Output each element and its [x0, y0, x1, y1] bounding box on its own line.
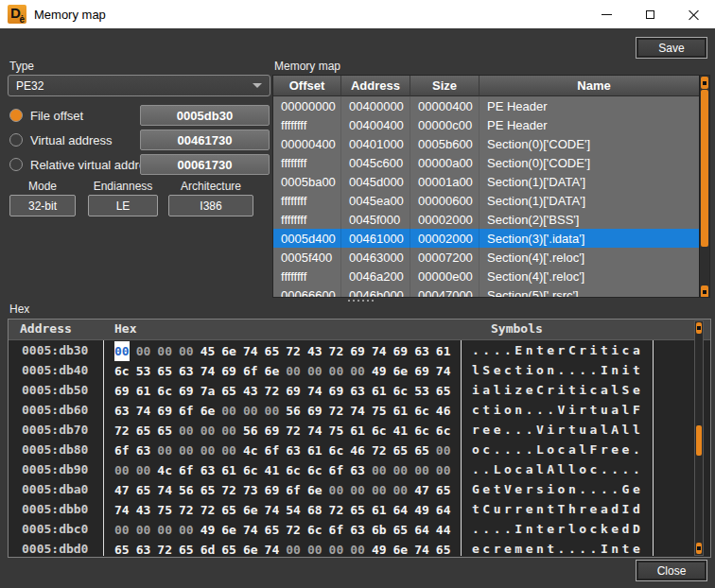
hex-byte[interactable]: 00	[372, 460, 387, 480]
hex-byte[interactable]: 6c	[286, 460, 301, 480]
hex-byte[interactable]: 54	[286, 500, 301, 520]
hex-byte[interactable]: 74	[201, 361, 216, 381]
scroll-up-button[interactable]	[701, 77, 708, 89]
hex-byte[interactable]: 64	[436, 500, 451, 520]
table-row[interactable]: 00000400004010000005b600Section(0)['CODE…	[273, 134, 709, 153]
hex-byte[interactable]: 65	[350, 500, 365, 520]
hex-byte[interactable]: 69	[350, 341, 365, 361]
hex-byte[interactable]: 49	[372, 540, 387, 558]
hex-byte[interactable]: 46	[436, 401, 451, 421]
hex-byte[interactable]: 61	[372, 381, 387, 401]
hex-byte[interactable]: 64	[393, 500, 409, 520]
hex-byte[interactable]: 00	[179, 441, 194, 460]
hex-byte[interactable]: 63	[350, 381, 365, 401]
hex-byte[interactable]: 6e	[221, 520, 236, 540]
table-row[interactable]: 000000000040000000000400PE Header	[273, 96, 709, 115]
hex-byte[interactable]: 6c	[414, 401, 429, 421]
hex-byte[interactable]: 65	[157, 421, 172, 441]
hex-byte[interactable]: 74	[372, 341, 387, 361]
table-row[interactable]: 000666000046b00000047000Section(5)['.rsr…	[273, 285, 709, 298]
hex-byte[interactable]: 43	[243, 381, 258, 401]
hex-byte[interactable]: 6f	[329, 520, 344, 540]
splitter-handle[interactable]	[348, 300, 374, 302]
hex-byte[interactable]: 00	[393, 460, 409, 480]
hex-byte[interactable]: 00	[136, 341, 151, 361]
hex-byte[interactable]: 74	[243, 341, 258, 361]
hex-byte[interactable]: 63	[414, 341, 429, 361]
hex-byte[interactable]: 75	[157, 500, 172, 520]
hex-byte[interactable]: 65	[265, 341, 280, 361]
hex-byte[interactable]: 00	[286, 361, 301, 381]
hex-byte[interactable]: 65	[393, 441, 409, 460]
radio-file-offset[interactable]: File offset	[9, 105, 83, 126]
hex-byte[interactable]: 69	[114, 381, 130, 401]
hex-byte[interactable]: 65	[157, 361, 172, 381]
file-offset-field[interactable]: 0005db30	[140, 105, 270, 126]
hex-byte[interactable]: 00	[307, 540, 323, 558]
hex-byte[interactable]: 00	[114, 520, 130, 540]
hex-byte[interactable]: 44	[436, 520, 451, 540]
hex-byte[interactable]: 56	[243, 421, 258, 441]
radio-virtual-address[interactable]: Virtual address	[9, 130, 112, 150]
hex-symbols[interactable]: ree...VirtualAll	[472, 420, 643, 440]
hex-byte[interactable]: 65	[265, 520, 280, 540]
hex-byte[interactable]: 6e	[201, 401, 216, 421]
hex-scrollbar[interactable]	[694, 320, 704, 556]
hex-byte[interactable]: 69	[329, 381, 344, 401]
hex-byte[interactable]: 73	[243, 480, 258, 500]
table-row[interactable]: ffffffff0046a20000000e00Section(4)['.rel…	[273, 267, 709, 285]
hex-byte[interactable]: 00	[436, 441, 451, 460]
hex-byte[interactable]: 74	[307, 421, 323, 441]
relative-virtual-address-field[interactable]: 00061730	[140, 154, 270, 175]
hex-byte[interactable]: 74	[265, 500, 280, 520]
hex-byte[interactable]: 61	[221, 460, 236, 480]
hex-byte[interactable]: 61	[372, 500, 387, 520]
hex-byte[interactable]: 00	[136, 520, 151, 540]
hex-byte[interactable]: 6f	[243, 361, 258, 381]
hex-byte[interactable]: 75	[372, 401, 387, 421]
hex-byte[interactable]: 6e	[393, 540, 409, 558]
hex-byte[interactable]: 74	[307, 381, 323, 401]
hex-byte[interactable]: 6c	[329, 441, 344, 460]
hex-byte[interactable]: 4c	[157, 460, 172, 480]
hex-byte[interactable]: 65	[136, 421, 151, 441]
type-combobox[interactable]: PE32	[8, 75, 270, 96]
minimize-button[interactable]	[584, 0, 628, 28]
hex-symbols[interactable]: ..LocalAlloc....	[472, 459, 643, 479]
maximize-button[interactable]	[628, 0, 671, 28]
hex-byte[interactable]: 69	[179, 381, 194, 401]
hex-byte[interactable]: 74	[265, 540, 280, 558]
hex-byte[interactable]: 6c	[393, 381, 409, 401]
hex-byte[interactable]: 72	[114, 421, 130, 441]
hex-byte[interactable]: 65	[136, 480, 151, 500]
hex-byte[interactable]: 69	[393, 341, 409, 361]
hex-symbols[interactable]: oc....LocalFree.	[472, 440, 643, 459]
hex-byte[interactable]: 74	[157, 480, 172, 500]
hex-symbols[interactable]: tCurrentThreadId	[472, 499, 643, 519]
hex-byte[interactable]: 00	[329, 361, 344, 381]
hex-byte[interactable]: 00	[221, 421, 236, 441]
hex-byte[interactable]: 56	[286, 401, 301, 421]
hex-byte[interactable]: 49	[414, 500, 429, 520]
hex-byte[interactable]: 00	[201, 421, 216, 441]
hex-byte[interactable]: 00	[157, 341, 172, 361]
hex-byte[interactable]: 69	[286, 381, 301, 401]
hex-byte[interactable]: 45	[201, 341, 216, 361]
hex-byte[interactable]: 65	[436, 480, 451, 500]
hex-byte[interactable]: 00	[114, 341, 130, 361]
hex-byte[interactable]: 65	[179, 540, 194, 558]
hex-byte[interactable]: 72	[179, 500, 194, 520]
hex-byte[interactable]: 6c	[414, 421, 429, 441]
hex-byte[interactable]: 72	[286, 421, 301, 441]
hex-byte[interactable]: 6c	[114, 361, 130, 381]
hex-byte[interactable]: 6e	[221, 341, 236, 361]
hex-byte[interactable]: 61	[436, 341, 451, 361]
hex-byte[interactable]: 00	[201, 441, 216, 460]
hex-byte[interactable]: 53	[414, 381, 429, 401]
scroll-up-button[interactable]	[696, 322, 702, 334]
hex-symbols[interactable]: ializeCriticalSe	[472, 380, 643, 400]
scroll-down-button[interactable]	[701, 285, 708, 298]
hex-byte[interactable]: 61	[307, 441, 323, 460]
hex-byte[interactable]: 69	[265, 421, 280, 441]
hex-byte[interactable]: 00	[221, 441, 236, 460]
